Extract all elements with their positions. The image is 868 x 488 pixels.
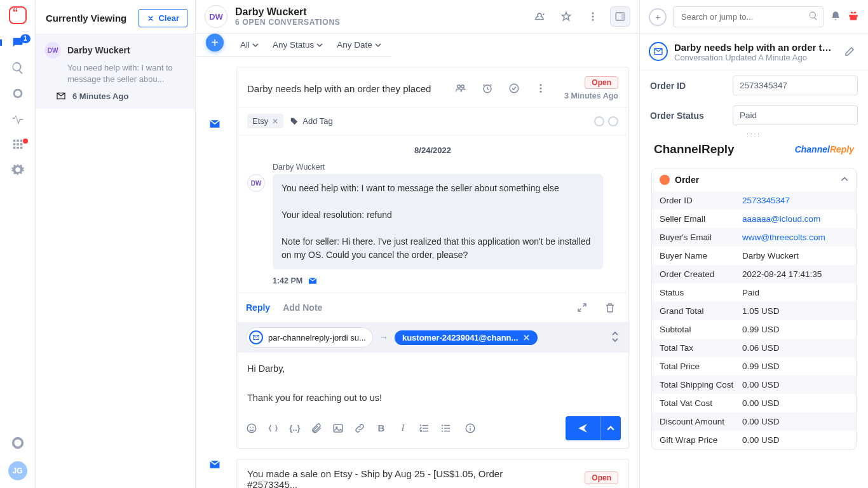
message-body: You need help with: I want to message th… <box>273 174 603 269</box>
close-icon <box>147 15 154 22</box>
tag-chip[interactable]: Etsy✕ <box>247 114 283 128</box>
info-icon[interactable] <box>463 423 477 434</box>
order-row-key: Buyer's Email <box>660 233 742 242</box>
list-ul-icon[interactable] <box>439 423 453 434</box>
order-row: Grand Total1.05 USD <box>652 302 856 320</box>
nav-help[interactable] <box>0 436 36 450</box>
from-chip[interactable]: par-channelreply-jordi su... <box>246 327 373 348</box>
order-panel-header[interactable]: Order <box>652 168 856 191</box>
nav-inbox[interactable]: 1 <box>0 36 36 50</box>
card-more-icon[interactable] <box>531 79 550 98</box>
order-row-value: 1.05 USD <box>742 306 848 316</box>
order-row-value[interactable]: www@threecolts.com <box>742 233 848 242</box>
done-icon[interactable] <box>505 79 524 98</box>
more-icon[interactable] <box>583 7 602 26</box>
image-icon[interactable] <box>331 423 345 434</box>
order-row: Subtotal0.99 USD <box>652 320 856 339</box>
order-panel: Order Order ID2573345347Seller Emailaaaa… <box>651 168 857 450</box>
italic-icon[interactable]: I <box>396 423 410 433</box>
assign-icon[interactable] <box>530 7 549 26</box>
order-row-value[interactable]: aaaaaa@icloud.com <box>742 214 848 224</box>
order-row: Gift Wrap Price0.00 USD <box>652 431 856 449</box>
order-row-key: Gift Wrap Price <box>660 435 742 445</box>
order-id-label: Order ID <box>650 81 733 91</box>
user-avatar[interactable]: JG <box>8 461 27 480</box>
order-status-field[interactable] <box>733 105 858 125</box>
nav-settings[interactable] <box>0 163 36 177</box>
order-row-value: 2022-08-24 17:41:35 <box>742 269 848 279</box>
list-ol-icon[interactable] <box>417 423 431 434</box>
order-row-value[interactable]: 2573345347 <box>742 196 848 205</box>
add-button[interactable]: + <box>649 8 667 26</box>
svg-point-1 <box>592 16 594 18</box>
order-row-key: Total Price <box>660 362 742 371</box>
order-row-key: Total Shipping Cost <box>660 380 742 390</box>
filter-status[interactable]: Any Status <box>273 40 323 50</box>
attachment-icon[interactable] <box>309 423 323 434</box>
svg-point-6 <box>510 84 519 93</box>
order-icon <box>660 175 670 185</box>
reply-box: Reply Add Note par-channelreply-jordi su… <box>237 292 628 448</box>
to-chip[interactable]: kustomer-24239041@chann...✕ <box>395 330 538 345</box>
gift-icon[interactable] <box>848 10 859 24</box>
shortcut-icon[interactable] <box>266 423 280 434</box>
notifications-icon[interactable] <box>830 10 841 24</box>
trash-icon[interactable] <box>600 298 620 317</box>
participants-icon[interactable] <box>451 79 470 98</box>
order-row: Total Tax0.06 USD <box>652 339 856 357</box>
add-tag-button[interactable]: Add Tag <box>290 116 332 126</box>
order-row-value: 0.99 USD <box>742 325 848 334</box>
convlist-title: Currently Viewing <box>46 13 126 24</box>
send-options-button[interactable] <box>600 416 621 440</box>
link-icon[interactable] <box>353 423 367 434</box>
address-expand-icon[interactable] <box>611 330 620 345</box>
inbox-badge: 1 <box>20 34 31 43</box>
conversation-list-pane: Currently Viewing Clear DW Darby Wuckert… <box>36 0 196 488</box>
conversation-item[interactable]: DW Darby Wuckert You need help with: I w… <box>36 34 195 109</box>
nav-pulse[interactable] <box>0 112 36 126</box>
reply-editor[interactable]: Hi Darby, Thank you for reaching out to … <box>237 353 628 411</box>
nav-ring[interactable] <box>0 86 36 100</box>
side-title: Darby needs help with an order they pl..… <box>674 42 834 53</box>
arrow-right-icon: → <box>379 332 388 342</box>
svg-point-11 <box>250 426 251 428</box>
add-conversation-button[interactable]: + <box>206 34 224 51</box>
order-row-key: Subtotal <box>660 325 742 334</box>
tag-icon <box>290 117 299 126</box>
chevron-down-icon <box>375 42 381 48</box>
panel-toggle-icon[interactable] <box>610 6 630 27</box>
expand-icon[interactable] <box>573 298 592 317</box>
conv-avatar: DW <box>44 42 61 58</box>
drag-handle[interactable]: :::: <box>640 130 868 140</box>
order-id-field[interactable] <box>733 76 858 95</box>
edit-icon[interactable] <box>840 42 859 61</box>
filter-date[interactable]: Any Date <box>337 40 381 50</box>
clear-button[interactable]: Clear <box>139 9 187 27</box>
header-sub: 6 OPEN CONVERSATIONS <box>235 18 341 27</box>
order-row-value: 0.00 USD <box>742 398 848 408</box>
nav-apps[interactable] <box>0 137 36 151</box>
send-button[interactable] <box>566 416 600 440</box>
snippet-icon[interactable]: {..} <box>288 423 302 433</box>
filter-all[interactable]: All <box>240 40 259 50</box>
order-row-key: Total Vat Cost <box>660 398 742 408</box>
tab-reply[interactable]: Reply <box>246 302 270 313</box>
order-row-key: Seller Email <box>660 214 742 224</box>
emoji-icon[interactable] <box>245 423 259 434</box>
thread-scroll[interactable]: Darby needs help with an order they plac… <box>196 57 639 488</box>
tab-add-note[interactable]: Add Note <box>283 302 322 313</box>
status-circles[interactable] <box>594 116 618 126</box>
message-avatar: DW <box>247 174 265 192</box>
remove-recipient-icon[interactable]: ✕ <box>523 333 530 342</box>
star-icon[interactable] <box>557 7 576 26</box>
left-rail: 1 JG <box>0 0 36 488</box>
conversation-card[interactable]: You made a sale on Etsy - Ship by Aug 25… <box>236 459 629 488</box>
tag-remove-icon[interactable]: ✕ <box>272 117 278 126</box>
nav-search[interactable] <box>0 61 36 75</box>
search-input[interactable] <box>673 6 824 27</box>
snooze-icon[interactable] <box>478 79 497 98</box>
message-sender: Darby Wuckert <box>273 163 603 172</box>
bold-icon[interactable]: B <box>374 423 388 433</box>
conversation-card: Darby needs help with an order they plac… <box>236 67 629 449</box>
svg-point-12 <box>252 426 254 428</box>
